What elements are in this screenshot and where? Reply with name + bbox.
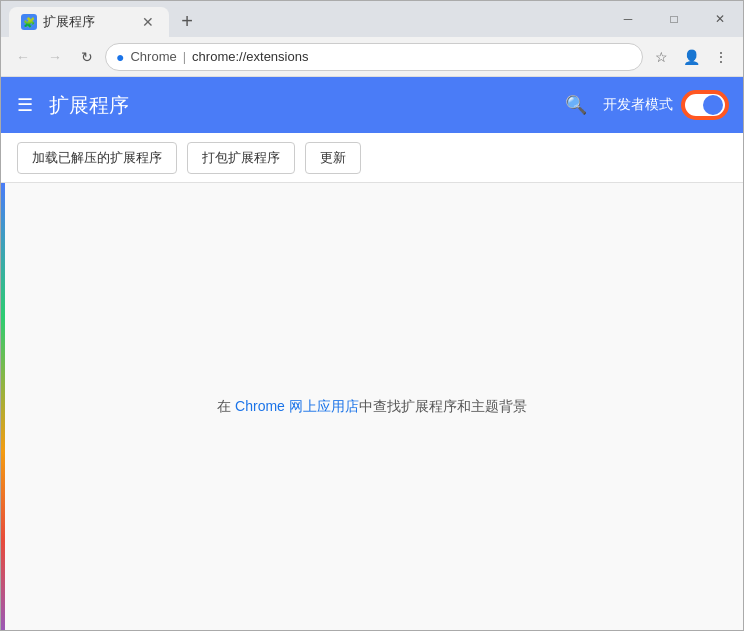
close-button[interactable]: ✕ <box>697 1 743 37</box>
title-bar: 🧩 扩展程序 ✕ + ─ □ ✕ <box>1 1 743 37</box>
empty-text-before: 在 <box>217 398 235 414</box>
extensions-toolbar: 加载已解压的扩展程序 打包扩展程序 更新 <box>1 133 743 183</box>
search-icon[interactable]: 🔍 <box>565 94 587 116</box>
address-bar: ← → ↻ ● Chrome | chrome://extensions ☆ 👤… <box>1 37 743 77</box>
load-unpacked-button[interactable]: 加载已解压的扩展程序 <box>17 142 177 174</box>
url-separator: | <box>183 49 186 64</box>
tab-area: 🧩 扩展程序 ✕ + <box>9 1 605 37</box>
browser-window: 🧩 扩展程序 ✕ + ─ □ ✕ ← → ↻ ● Chrome | chrome… <box>0 0 744 631</box>
url-bar[interactable]: ● Chrome | chrome://extensions <box>105 43 643 71</box>
new-tab-button[interactable]: + <box>173 7 201 35</box>
toolbar-actions: ☆ 👤 ⋮ <box>647 43 735 71</box>
developer-mode-label: 开发者模式 <box>603 96 673 114</box>
menu-button[interactable]: ⋮ <box>707 43 735 71</box>
empty-text-after: 中查找扩展程序和主题背景 <box>359 398 527 414</box>
empty-state: 在 Chrome 网上应用店中查找扩展程序和主题背景 <box>217 395 527 417</box>
bookmark-button[interactable]: ☆ <box>647 43 675 71</box>
page-title: 扩展程序 <box>49 92 565 119</box>
developer-mode-toggle[interactable] <box>683 92 727 118</box>
account-button[interactable]: 👤 <box>677 43 705 71</box>
chrome-store-link[interactable]: Chrome 网上应用店 <box>235 398 359 414</box>
pack-extension-button[interactable]: 打包扩展程序 <box>187 142 295 174</box>
extensions-content: 在 Chrome 网上应用店中查找扩展程序和主题背景 <box>1 183 743 630</box>
tab-close-button[interactable]: ✕ <box>139 13 157 31</box>
back-button[interactable]: ← <box>9 43 37 71</box>
window-controls: ─ □ ✕ <box>605 1 743 37</box>
toggle-knob <box>703 95 723 115</box>
url-path: chrome://extensions <box>192 49 308 64</box>
maximize-button[interactable]: □ <box>651 1 697 37</box>
minimize-button[interactable]: ─ <box>605 1 651 37</box>
extensions-header: ☰ 扩展程序 🔍 开发者模式 <box>1 77 743 133</box>
refresh-button[interactable]: ↻ <box>73 43 101 71</box>
menu-hamburger-icon[interactable]: ☰ <box>17 94 33 116</box>
secure-icon: ● <box>116 49 124 65</box>
url-brand: Chrome <box>130 49 176 64</box>
extension-tab-icon: 🧩 <box>21 14 37 30</box>
update-button[interactable]: 更新 <box>305 142 361 174</box>
tab-title: 扩展程序 <box>43 13 95 31</box>
active-tab[interactable]: 🧩 扩展程序 ✕ <box>9 7 169 37</box>
forward-button[interactable]: → <box>41 43 69 71</box>
